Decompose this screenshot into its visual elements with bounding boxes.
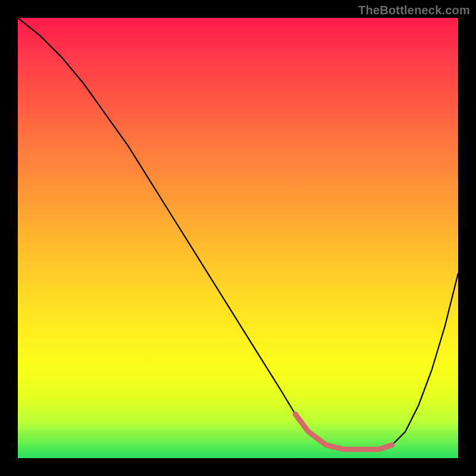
watermark-text: TheBottleneck.com xyxy=(358,4,470,17)
curve-min-highlight xyxy=(295,414,392,449)
chart-frame: TheBottleneck.com xyxy=(0,0,476,476)
plot-area xyxy=(18,18,458,458)
bottleneck-curve xyxy=(18,18,458,458)
curve-path xyxy=(18,18,458,449)
